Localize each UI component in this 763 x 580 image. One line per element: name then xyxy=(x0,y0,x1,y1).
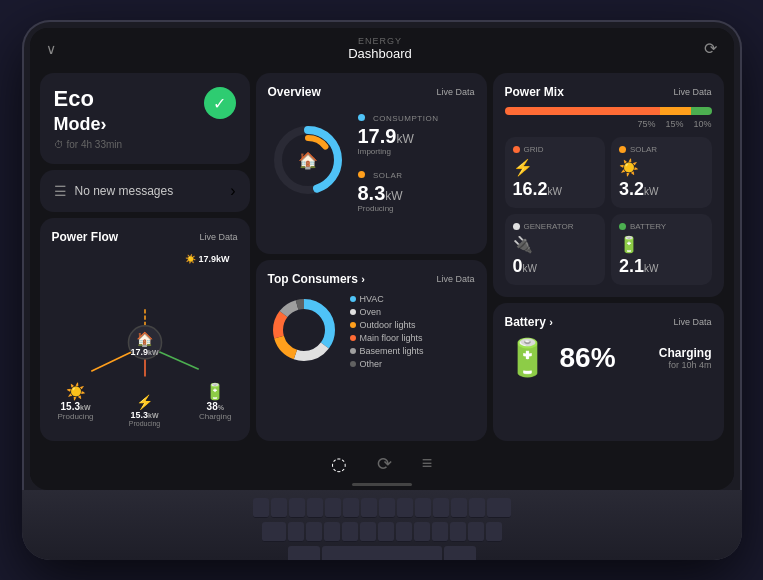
tablet-device: ∨ ENERGY Dashboard ⟳ EcoMode› ⏱ for 4h 3… xyxy=(22,20,742,560)
key xyxy=(432,522,448,542)
solar-mix-icon: ☀️ xyxy=(619,158,704,177)
key xyxy=(306,522,322,542)
middle-column: Overview Live Data 🏠 xyxy=(256,73,487,441)
power-flow-live-badge: Live Data xyxy=(199,232,237,242)
key xyxy=(433,498,449,518)
clock-icon: ⏱ xyxy=(54,139,64,150)
key xyxy=(289,498,305,518)
chevron-down-icon[interactable]: ∨ xyxy=(46,41,56,57)
messages-card[interactable]: ☰ No new messages › xyxy=(40,170,250,212)
tablet-keyboard xyxy=(22,490,742,560)
legend-oven: Oven xyxy=(350,307,424,317)
solar-power-item: SOLAR ☀️ 3.2kW xyxy=(611,137,712,208)
header-main-title: Dashboard xyxy=(348,46,412,61)
grid-value: 16.2kW xyxy=(513,179,598,200)
pf-top-solar: ☀️ 17.9kW xyxy=(185,254,230,264)
battery-mix-icon: 🔋 xyxy=(619,235,704,254)
battery-content: 🔋 86% Charging for 10h 4m xyxy=(505,337,712,379)
hvac-dot xyxy=(350,296,356,302)
power-mix-bar xyxy=(505,107,712,115)
consumers-donut xyxy=(268,294,340,366)
battery-card[interactable]: Battery › Live Data 🔋 86% Charging for 1… xyxy=(493,303,724,441)
gen-header: GENERATOR xyxy=(513,222,598,231)
left-column: EcoMode› ⏱ for 4h 33min ✓ ☰ No new messa… xyxy=(40,73,250,441)
grid-power-item: GRID ⚡ 16.2kW xyxy=(505,137,606,208)
basement-dot xyxy=(350,348,356,354)
key xyxy=(253,498,269,518)
key xyxy=(444,546,476,560)
spacebar-key xyxy=(322,546,442,560)
grid-icon: ⚡ xyxy=(513,158,598,177)
battery-status: Charging for 10h 4m xyxy=(659,346,712,370)
eco-timer: ⏱ for 4h 33min xyxy=(54,139,123,150)
key xyxy=(360,522,376,542)
nav-icon-1[interactable]: ◌ xyxy=(331,453,347,475)
battery-mix-header: BATTERY xyxy=(619,222,704,231)
pf-solar-left-node: ☀️ 15.3kW Producing xyxy=(58,382,94,421)
main-floor-dot xyxy=(350,335,356,341)
key xyxy=(343,498,359,518)
consumers-content: HVAC Oven Outdoor lights xyxy=(268,294,475,369)
outdoor-dot xyxy=(350,322,356,328)
eco-mode-text: EcoMode› ⏱ for 4h 33min xyxy=(54,87,123,150)
battery-percentage: 86% xyxy=(560,342,616,374)
key xyxy=(288,522,304,542)
consumption-sub: Importing xyxy=(358,147,439,156)
charging-label: Charging xyxy=(659,346,712,360)
nav-icon-3[interactable]: ≡ xyxy=(422,453,433,475)
battery-mix-value: 2.1kW xyxy=(619,256,704,277)
power-flow-header: Power Flow Live Data xyxy=(52,230,238,244)
overview-content: 🏠 CONSUMPTION 17.9kW xyxy=(268,107,475,213)
power-mix-title: Power Mix xyxy=(505,85,564,99)
pf-home-node: 🏠 17.9kW xyxy=(130,331,158,357)
grid-label: GRID xyxy=(524,145,544,154)
key xyxy=(324,522,340,542)
power-mix-grid: GRID ⚡ 16.2kW SOLAR xyxy=(505,137,712,285)
tablet-screen: ∨ ENERGY Dashboard ⟳ EcoMode› ⏱ for 4h 3… xyxy=(30,28,734,490)
nav-icon-2[interactable]: ⟳ xyxy=(377,453,392,475)
key xyxy=(469,498,485,518)
key xyxy=(378,522,394,542)
gen-value: 0kW xyxy=(513,256,598,277)
key xyxy=(468,522,484,542)
key xyxy=(271,498,287,518)
power-mix-header: Power Mix Live Data xyxy=(505,85,712,99)
battery-card-title: Battery › xyxy=(505,315,553,329)
consumers-legend: HVAC Oven Outdoor lights xyxy=(350,294,424,369)
overview-header: Overview Live Data xyxy=(268,85,475,99)
overview-card: Overview Live Data 🏠 xyxy=(256,73,487,254)
consumption-stat: CONSUMPTION 17.9kW Importing xyxy=(358,107,439,156)
messages-left: ☰ No new messages xyxy=(54,183,174,199)
header-title-block: ENERGY Dashboard xyxy=(348,36,412,61)
other-dot xyxy=(350,361,356,367)
eco-mode-card[interactable]: EcoMode› ⏱ for 4h 33min ✓ xyxy=(40,73,250,164)
app-header: ∨ ENERGY Dashboard ⟳ xyxy=(30,28,734,67)
key xyxy=(379,498,395,518)
key xyxy=(325,498,341,518)
power-mix-card: Power Mix Live Data 75% 15% 10% xyxy=(493,73,724,297)
settings-icon[interactable]: ⟳ xyxy=(704,39,717,58)
battery-live-badge: Live Data xyxy=(673,317,711,327)
consumers-card: Top Consumers › Live Data xyxy=(256,260,487,441)
mix-battery-pct: 10% xyxy=(693,119,711,129)
power-flow-title: Power Flow xyxy=(52,230,119,244)
key xyxy=(487,498,511,518)
battery-mix-label: BATTERY xyxy=(630,222,666,231)
legend-main-floor: Main floor lights xyxy=(350,333,424,343)
key xyxy=(262,522,286,542)
grid-color-dot xyxy=(513,146,520,153)
mix-solar-pct: 15% xyxy=(665,119,683,129)
solar-mix-header: SOLAR xyxy=(619,145,704,154)
key xyxy=(396,522,412,542)
battery-large-icon: 🔋 xyxy=(505,337,550,379)
mix-bar-labels: 75% 15% 10% xyxy=(505,119,712,129)
overview-live-badge: Live Data xyxy=(436,87,474,97)
bottom-navigation: ◌ ⟳ ≡ xyxy=(30,447,734,483)
key xyxy=(307,498,323,518)
legend-basement: Basement lights xyxy=(350,346,424,356)
solar-dot xyxy=(358,171,365,178)
pf-battery-node: 🔋 38% Charging xyxy=(199,382,231,421)
overview-stats: CONSUMPTION 17.9kW Importing SO xyxy=(358,107,439,213)
right-column: Power Mix Live Data 75% 15% 10% xyxy=(493,73,724,441)
consumption-value: 17.9kW xyxy=(358,125,439,147)
